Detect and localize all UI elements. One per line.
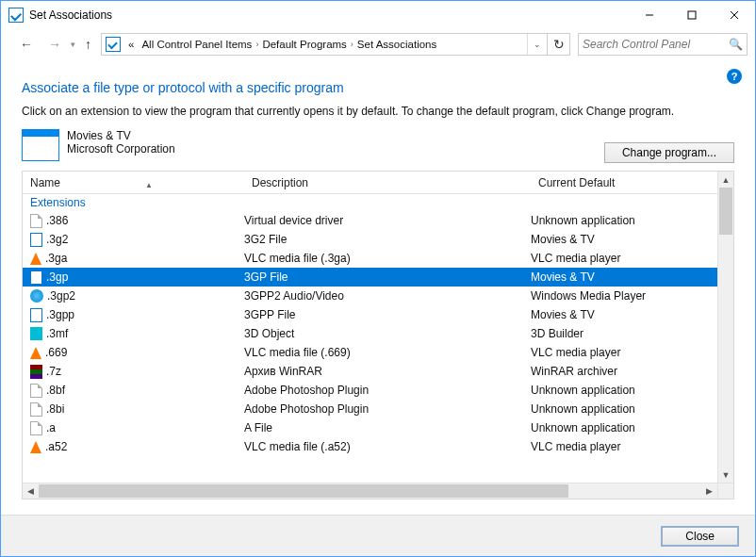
- program-name: Movies & TV: [67, 129, 604, 142]
- breadcrumb-item[interactable]: Default Programs: [258, 39, 350, 50]
- default-app-cell: Windows Media Player: [531, 289, 717, 303]
- table-body: Extensions .386Virtual device driverUnkn…: [23, 194, 717, 483]
- address-dropdown[interactable]: ⌄: [527, 34, 547, 55]
- column-default[interactable]: Current Default: [531, 176, 733, 189]
- window-title: Set Associations: [29, 8, 628, 22]
- file-type-icon: [30, 421, 42, 435]
- description-cell: Архив WinRAR: [244, 365, 531, 378]
- table-row[interactable]: .3mf3D Object3D Builder: [23, 324, 717, 343]
- table-header: Name ▲ Description Current Default: [23, 172, 733, 194]
- column-description[interactable]: Description: [244, 176, 531, 189]
- page-title: Associate a file type or protocol with a…: [22, 80, 734, 95]
- file-type-icon: [30, 327, 42, 340]
- table-row[interactable]: .a52VLC media file (.a52)VLC media playe…: [23, 437, 717, 456]
- vertical-scrollbar[interactable]: ▲ ▼: [717, 172, 733, 483]
- description-cell: A File: [244, 421, 531, 434]
- default-app-cell: Unknown application: [531, 214, 717, 227]
- extension-cell: .8bi: [46, 402, 64, 416]
- column-name[interactable]: Name ▲: [23, 176, 244, 189]
- description-cell: 3GPP2 Audio/Video: [244, 289, 531, 303]
- table-row[interactable]: .669VLC media file (.669)VLC media playe…: [23, 343, 717, 362]
- change-program-button[interactable]: Change program...: [604, 142, 734, 163]
- default-app-cell: Movies & TV: [531, 308, 717, 321]
- table-row[interactable]: .3gpp3GPP FileMovies & TV: [23, 305, 717, 324]
- navbar: ← → ▾ ↑ « All Control Panel Items › Defa…: [1, 29, 755, 59]
- table-row[interactable]: .3gp3GP FileMovies & TV: [23, 268, 717, 287]
- refresh-button[interactable]: ↻: [547, 34, 569, 55]
- breadcrumb-item[interactable]: All Control Panel Items: [138, 39, 255, 50]
- table-row[interactable]: .3g23G2 FileMovies & TV: [23, 230, 717, 249]
- search-box[interactable]: 🔍: [578, 33, 748, 56]
- back-button[interactable]: ←: [14, 33, 39, 56]
- description-cell: Adobe Photoshop Plugin: [244, 402, 531, 416]
- table-row[interactable]: .7zАрхив WinRARWinRAR archiver: [23, 362, 717, 381]
- table-row[interactable]: .8biAdobe Photoshop PluginUnknown applic…: [23, 400, 717, 418]
- table-row[interactable]: .3gp23GPP2 Audio/VideoWindows Media Play…: [23, 287, 717, 305]
- extension-cell: .3ga: [45, 252, 67, 265]
- default-app-cell: Movies & TV: [531, 233, 717, 246]
- column-name-label: Name: [30, 176, 60, 189]
- search-input[interactable]: [583, 38, 729, 51]
- table-row[interactable]: .aA FileUnknown application: [23, 418, 717, 437]
- horizontal-scrollbar[interactable]: ◀ ▶: [23, 483, 717, 499]
- file-type-icon: [30, 441, 41, 453]
- up-button[interactable]: ↑: [79, 33, 97, 56]
- page-description: Click on an extension to view the progra…: [22, 105, 734, 118]
- extension-cell: .669: [45, 346, 67, 359]
- forward-button[interactable]: →: [42, 33, 67, 56]
- recent-locations-button[interactable]: ▾: [71, 40, 75, 49]
- address-icon: [106, 37, 121, 52]
- extension-cell: .a52: [45, 440, 67, 453]
- description-cell: VLC media file (.3ga): [244, 252, 531, 265]
- file-type-icon: [30, 347, 41, 359]
- file-type-icon: [30, 214, 42, 228]
- extension-cell: .3gp2: [47, 289, 75, 303]
- scrollbar-corner: [717, 483, 733, 499]
- breadcrumb-item[interactable]: Set Associations: [353, 39, 440, 50]
- help-icon[interactable]: ?: [727, 69, 742, 84]
- table-row[interactable]: .3gaVLC media file (.3ga)VLC media playe…: [23, 249, 717, 268]
- description-cell: Virtual device driver: [244, 214, 531, 227]
- default-app-cell: VLC media player: [531, 346, 717, 359]
- default-app-cell: Unknown application: [531, 402, 717, 416]
- scroll-up-button[interactable]: ▲: [718, 172, 733, 188]
- table-row[interactable]: .386Virtual device driverUnknown applica…: [23, 211, 717, 230]
- extension-cell: .386: [46, 214, 68, 227]
- file-type-icon: [30, 270, 42, 285]
- address-bar[interactable]: « All Control Panel Items › Default Prog…: [101, 33, 570, 56]
- titlebar: Set Associations: [1, 1, 755, 29]
- scroll-left-button[interactable]: ◀: [23, 486, 39, 496]
- default-app-cell: WinRAR archiver: [531, 365, 717, 378]
- description-cell: Adobe Photoshop Plugin: [244, 384, 531, 397]
- extension-cell: .3gpp: [46, 308, 74, 321]
- scroll-thumb[interactable]: [719, 188, 732, 235]
- content: Associate a file type or protocol with a…: [1, 59, 755, 500]
- scroll-down-button[interactable]: ▼: [718, 467, 733, 483]
- close-button[interactable]: [713, 2, 755, 29]
- maximize-button[interactable]: [670, 2, 713, 29]
- scroll-right-button[interactable]: ▶: [701, 486, 717, 496]
- description-cell: VLC media file (.669): [244, 346, 531, 359]
- window-buttons: [628, 2, 755, 29]
- extension-cell: .7z: [46, 365, 61, 378]
- table-row[interactable]: .8bfAdobe Photoshop PluginUnknown applic…: [23, 381, 717, 400]
- default-app-cell: Unknown application: [531, 384, 717, 397]
- file-type-icon: [30, 308, 42, 322]
- extension-cell: .3g2: [46, 233, 68, 246]
- default-app-cell: Movies & TV: [531, 270, 717, 284]
- scroll-thumb[interactable]: [39, 484, 568, 498]
- description-cell: 3GPP File: [244, 308, 531, 321]
- extension-cell: .8bf: [46, 384, 65, 397]
- program-icon: [22, 129, 59, 161]
- close-dialog-button[interactable]: Close: [662, 527, 738, 546]
- search-icon[interactable]: 🔍: [729, 38, 743, 51]
- breadcrumb-overflow[interactable]: «: [124, 39, 138, 50]
- file-type-icon: [30, 289, 43, 303]
- file-type-icon: [30, 253, 41, 265]
- sort-indicator-icon: ▲: [145, 181, 153, 189]
- default-app-cell: Unknown application: [531, 421, 717, 434]
- description-cell: VLC media file (.a52): [244, 440, 531, 453]
- associations-table: Name ▲ Description Current Default Exten…: [22, 171, 734, 500]
- program-vendor: Microsoft Corporation: [67, 142, 604, 156]
- minimize-button[interactable]: [628, 2, 670, 29]
